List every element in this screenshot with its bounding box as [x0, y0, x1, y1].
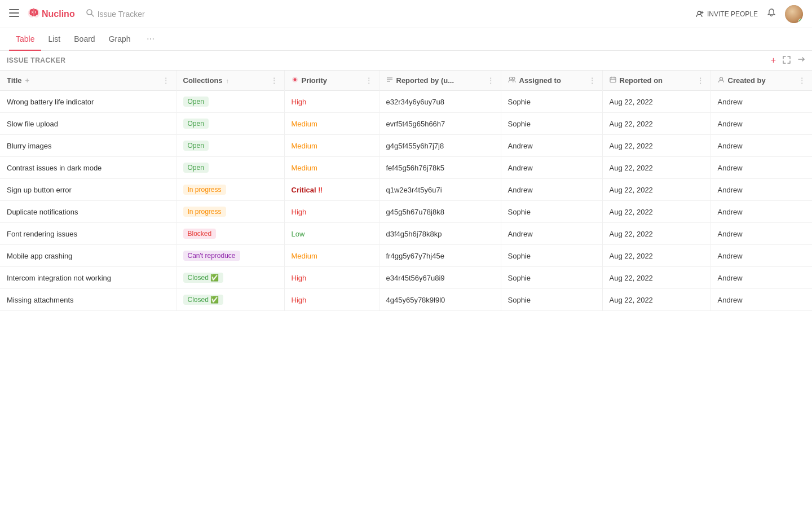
- row-more-icon[interactable]: ⋮: [162, 120, 169, 128]
- add-title-col-icon[interactable]: +: [25, 76, 30, 85]
- row-add-icon[interactable]: +: [156, 208, 160, 216]
- row-more-icon[interactable]: ⋮: [162, 252, 169, 260]
- table-row[interactable]: Slow file upload + ⋮ Open Medium evrf5t4…: [0, 113, 812, 135]
- title-col-more-icon[interactable]: ⋮: [162, 77, 169, 85]
- issue-title: Blurry images: [7, 142, 51, 150]
- issue-table: Title + ⋮ Collections ↑ ⋮: [0, 71, 812, 311]
- tab-more-button[interactable]: ⋯: [140, 28, 161, 51]
- table-row[interactable]: Duplicate notifications + ⋮ In progress …: [0, 201, 812, 223]
- title-cell: Duplicate notifications + ⋮: [0, 201, 176, 223]
- row-add-icon[interactable]: +: [156, 186, 160, 194]
- row-more-icon[interactable]: ⋮: [162, 142, 169, 150]
- notification-bell-icon[interactable]: [767, 8, 776, 19]
- col-header-reported-on[interactable]: Reported on ⋮: [602, 71, 710, 91]
- row-more-icon[interactable]: ⋮: [162, 274, 169, 282]
- reported-on-cell: Aug 22, 2022: [602, 157, 710, 179]
- row-more-icon[interactable]: ⋮: [162, 164, 169, 172]
- svg-line-7: [91, 14, 94, 16]
- collection-badge: Can't reproduce: [183, 251, 240, 261]
- reported-by-cell: e34r45t56y67u8i9: [379, 267, 501, 289]
- row-add-icon[interactable]: +: [156, 164, 160, 172]
- created-by-col-more-icon[interactable]: ⋮: [798, 77, 805, 85]
- reported-by-cell: fr4gg5y67y7hj45e: [379, 245, 501, 267]
- expand-icon[interactable]: [783, 56, 791, 65]
- col-header-assigned-to[interactable]: Assigned to ⋮: [501, 71, 602, 91]
- collection-cell: Open: [176, 113, 284, 135]
- table-row[interactable]: Font rendering issues + ⋮ Blocked Low d3…: [0, 223, 812, 245]
- collection-badge: Open: [183, 141, 209, 151]
- table-row[interactable]: Intercom integration not working + ⋮ Clo…: [0, 267, 812, 289]
- created-by-cell: Andrew: [710, 135, 812, 157]
- title-cell: Missing attachments + ⋮: [0, 289, 176, 311]
- title-cell: Mobile app crashing + ⋮: [0, 245, 176, 267]
- table-row[interactable]: Missing attachments + ⋮ Closed ✅ High 4g…: [0, 289, 812, 311]
- created-by-cell: Andrew: [710, 201, 812, 223]
- svg-rect-1: [9, 12, 19, 14]
- priority-cell: Medium: [284, 113, 379, 135]
- priority-label: Medium: [292, 120, 317, 128]
- collection-badge: Closed ✅: [183, 273, 224, 283]
- table-row[interactable]: Wrong battery life indicator + ⋮ Open Hi…: [0, 91, 812, 113]
- col-header-reported-by[interactable]: Reported by (u... ⋮: [379, 71, 501, 91]
- assigned-to-cell: Sophie: [501, 289, 602, 311]
- user-avatar[interactable]: [785, 5, 803, 23]
- tab-board[interactable]: Board: [67, 28, 102, 51]
- priority-col-more-icon[interactable]: ⋮: [365, 77, 372, 85]
- tab-list[interactable]: List: [41, 28, 67, 51]
- row-add-icon[interactable]: +: [156, 230, 160, 238]
- search-area[interactable]: Issue Tracker: [86, 9, 696, 19]
- row-add-icon[interactable]: +: [156, 98, 160, 106]
- title-col-label: Title: [7, 76, 22, 85]
- col-header-title[interactable]: Title + ⋮: [0, 71, 176, 91]
- collection-cell: Closed ✅: [176, 267, 284, 289]
- collection-badge: Closed ✅: [183, 295, 224, 305]
- row-add-icon[interactable]: +: [156, 274, 160, 282]
- table-row[interactable]: Contrast issues in dark mode + ⋮ Open Me…: [0, 157, 812, 179]
- reported-by-col-more-icon[interactable]: ⋮: [487, 77, 494, 85]
- tracker-header-bar: ISSUE TRACKER +: [0, 51, 812, 71]
- collections-col-more-icon[interactable]: ⋮: [271, 77, 277, 85]
- row-add-icon[interactable]: +: [156, 252, 160, 260]
- row-more-icon[interactable]: ⋮: [162, 186, 169, 194]
- assigned-to-cell: Sophie: [501, 267, 602, 289]
- tab-table[interactable]: Table: [9, 28, 41, 51]
- issue-table-container: Title + ⋮ Collections ↑ ⋮: [0, 71, 812, 311]
- reported-on-col-more-icon[interactable]: ⋮: [697, 77, 704, 85]
- title-cell: Font rendering issues + ⋮: [0, 223, 176, 245]
- assigned-to-cell: Andrew: [501, 135, 602, 157]
- collection-cell: Open: [176, 91, 284, 113]
- assigned-to-cell: Sophie: [501, 91, 602, 113]
- title-cell: Contrast issues in dark mode + ⋮: [0, 157, 176, 179]
- table-row[interactable]: Blurry images + ⋮ Open Medium g4g5f455y6…: [0, 135, 812, 157]
- row-add-icon[interactable]: +: [156, 296, 160, 304]
- assigned-to-col-more-icon[interactable]: ⋮: [589, 77, 595, 85]
- logo-area[interactable]: Nuclino: [26, 6, 75, 22]
- invite-people-button[interactable]: INVITE PEOPLE: [696, 10, 758, 18]
- collapse-panel-icon[interactable]: [797, 55, 805, 65]
- priority-label: High: [292, 296, 307, 304]
- hamburger-menu-icon[interactable]: [9, 8, 19, 20]
- col-header-priority[interactable]: Priority ⋮: [284, 71, 379, 91]
- collections-sort-icon[interactable]: ↑: [226, 77, 230, 84]
- row-more-icon[interactable]: ⋮: [162, 296, 169, 304]
- col-header-created-by[interactable]: Created by ⋮: [710, 71, 812, 91]
- table-row[interactable]: Mobile app crashing + ⋮ Can't reproduce …: [0, 245, 812, 267]
- collection-cell: Closed ✅: [176, 289, 284, 311]
- reported-on-cell: Aug 22, 2022: [602, 113, 710, 135]
- svg-point-17: [513, 77, 515, 80]
- row-more-icon[interactable]: ⋮: [162, 230, 169, 238]
- row-more-icon[interactable]: ⋮: [162, 98, 169, 106]
- reported-on-cell: Aug 22, 2022: [602, 201, 710, 223]
- reported-on-cell: Aug 22, 2022: [602, 245, 710, 267]
- row-add-icon[interactable]: +: [156, 120, 160, 128]
- priority-critical-label: Critical ‼: [292, 186, 323, 194]
- issue-title: Slow file upload: [7, 120, 58, 128]
- row-more-icon[interactable]: ⋮: [162, 208, 169, 216]
- collection-badge: Open: [183, 163, 209, 173]
- tab-graph[interactable]: Graph: [102, 28, 138, 51]
- row-add-icon[interactable]: +: [156, 142, 160, 150]
- col-header-collections[interactable]: Collections ↑ ⋮: [176, 71, 284, 91]
- table-row[interactable]: Sign up button error + ⋮ In progress Cri…: [0, 179, 812, 201]
- issue-title: Mobile app crashing: [7, 252, 72, 260]
- add-column-icon[interactable]: +: [771, 55, 776, 65]
